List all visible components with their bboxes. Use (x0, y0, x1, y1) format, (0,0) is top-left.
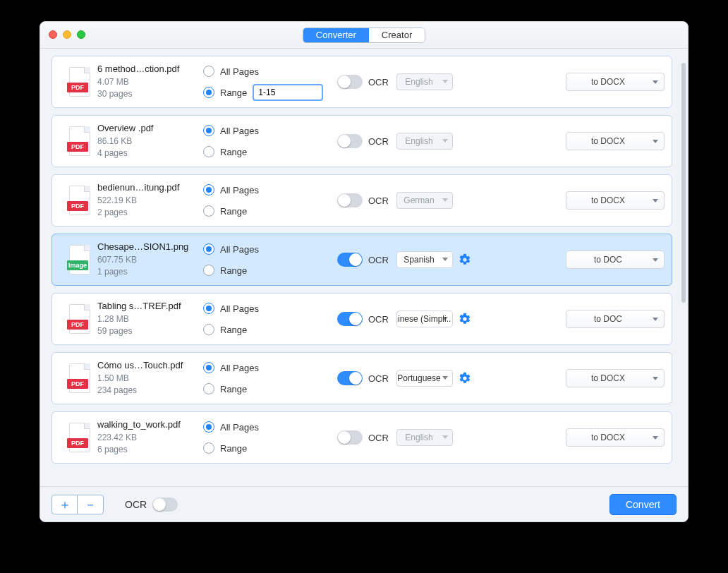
pdf-file-icon: PDF (68, 67, 92, 97)
language-dropdown: English (396, 133, 453, 150)
range-radio[interactable] (203, 87, 214, 98)
add-file-button[interactable]: ＋ (52, 495, 78, 514)
file-type-badge: PDF (67, 83, 88, 92)
all-pages-label: All Pages (220, 244, 259, 255)
file-row[interactable]: PDF6 method…ction.pdf4.07 MB30 pagesAll … (51, 56, 672, 108)
file-type-badge: Image (67, 260, 88, 270)
tab-converter[interactable]: Converter (303, 28, 369, 42)
all-pages-radio[interactable] (203, 362, 214, 373)
file-type-badge: PDF (67, 142, 88, 152)
file-row[interactable]: ImageChesape…SION1.png607.75 KB1 pagesAl… (51, 234, 672, 286)
scrollbar[interactable] (678, 49, 688, 486)
all-pages-radio[interactable] (203, 303, 214, 314)
range-radio[interactable] (203, 324, 214, 335)
chevron-down-icon (653, 318, 658, 321)
format-dropdown[interactable]: to DOCX (566, 369, 665, 387)
all-pages-radio[interactable] (203, 184, 214, 195)
file-row[interactable]: PDFOverview .pdf86.16 KB4 pagesAll Pages… (51, 115, 672, 167)
footer-ocr-label: OCR (125, 499, 147, 510)
file-size: 86.16 KB (97, 135, 203, 147)
all-pages-label: All Pages (220, 126, 259, 136)
file-name: Chesape…SION1.png (97, 241, 203, 254)
format-dropdown[interactable]: to DOCX (566, 428, 665, 447)
file-name: walking_to_work.pdf (97, 418, 203, 432)
all-pages-radio[interactable] (203, 421, 214, 433)
chevron-down-icon (442, 376, 448, 380)
range-input[interactable] (253, 84, 323, 101)
convert-button[interactable]: Convert (609, 494, 677, 515)
all-pages-radio[interactable] (203, 125, 214, 136)
range-label: Range (220, 147, 247, 157)
file-name: Tabling s…TREF.pdf (97, 300, 203, 313)
chevron-down-icon (653, 140, 658, 143)
pdf-file-icon: PDF (68, 186, 92, 215)
range-radio[interactable] (203, 383, 214, 394)
chevron-down-icon (442, 198, 448, 202)
ocr-toggle[interactable] (337, 75, 363, 89)
close-window-button[interactable] (49, 30, 57, 39)
tab-creator[interactable]: Creator (369, 28, 425, 42)
range-label: Range (220, 265, 247, 276)
file-row[interactable]: PDFbedienun…itung.pdf522.19 KB2 pagesAll… (51, 174, 672, 227)
language-dropdown[interactable]: Chinese (Simpli.. (396, 310, 453, 327)
format-dropdown[interactable]: to DOCX (566, 191, 665, 210)
minimize-window-button[interactable] (63, 30, 71, 39)
all-pages-radio[interactable] (203, 66, 214, 77)
zoom-window-button[interactable] (77, 30, 85, 39)
format-dropdown[interactable]: to DOCX (566, 73, 665, 91)
file-pages: 6 pages (97, 444, 203, 456)
gear-icon[interactable] (459, 253, 471, 266)
ocr-label: OCR (368, 255, 391, 265)
language-dropdown[interactable]: Portuguese (396, 370, 453, 387)
range-radio[interactable] (203, 442, 214, 454)
file-pages: 234 pages (97, 385, 203, 397)
file-name: Overview .pdf (97, 122, 203, 135)
ocr-label: OCR (368, 136, 391, 147)
ocr-toggle[interactable] (337, 193, 363, 207)
pdf-file-icon: PDF (68, 304, 92, 334)
range-label: Range (220, 325, 247, 335)
range-radio[interactable] (203, 205, 214, 217)
titlebar: Converter Creator (40, 22, 688, 49)
file-type-badge: PDF (67, 438, 88, 448)
ocr-toggle[interactable] (337, 430, 363, 445)
file-row[interactable]: PDFwalking_to_work.pdf223.42 KB6 pagesAl… (51, 411, 672, 464)
scrollbar-thumb[interactable] (681, 63, 686, 303)
format-dropdown[interactable]: to DOCX (566, 132, 665, 150)
chevron-down-icon (653, 199, 658, 203)
all-pages-label: All Pages (220, 303, 259, 314)
chevron-down-icon (442, 80, 448, 83)
range-radio[interactable] (203, 265, 214, 276)
ocr-label: OCR (368, 373, 391, 384)
ocr-toggle[interactable] (337, 371, 363, 385)
chevron-down-icon (653, 377, 658, 380)
all-pages-radio[interactable] (203, 243, 214, 255)
file-size: 1.50 MB (97, 373, 203, 385)
file-pages: 59 pages (97, 325, 203, 337)
file-pages: 4 pages (97, 147, 203, 159)
mode-segmented-control: Converter Creator (303, 28, 425, 43)
chevron-down-icon (442, 139, 448, 143)
format-dropdown[interactable]: to DOC (566, 310, 665, 328)
pdf-file-icon: PDF (68, 423, 92, 452)
range-label: Range (220, 443, 247, 454)
ocr-toggle[interactable] (337, 134, 363, 148)
remove-file-button[interactable]: － (78, 495, 103, 514)
all-pages-label: All Pages (220, 185, 259, 195)
file-row[interactable]: PDFCómo us…Touch.pdf1.50 MB234 pagesAll … (51, 352, 672, 404)
file-type-badge: PDF (67, 320, 88, 330)
ocr-label: OCR (368, 314, 391, 325)
range-label: Range (220, 384, 247, 394)
format-dropdown[interactable]: to DOC (566, 251, 665, 269)
file-row[interactable]: PDFTabling s…TREF.pdf1.28 MB59 pagesAll … (51, 293, 672, 345)
ocr-label: OCR (368, 433, 391, 443)
range-radio[interactable] (203, 146, 214, 157)
ocr-toggle[interactable] (337, 312, 363, 326)
language-dropdown: English (396, 73, 453, 90)
language-dropdown[interactable]: Spanish (396, 251, 453, 268)
gear-icon[interactable] (459, 372, 471, 385)
gear-icon[interactable] (459, 313, 471, 325)
footer-ocr-toggle[interactable] (152, 497, 178, 512)
ocr-toggle[interactable] (337, 253, 363, 267)
file-size: 607.75 KB (97, 254, 203, 266)
